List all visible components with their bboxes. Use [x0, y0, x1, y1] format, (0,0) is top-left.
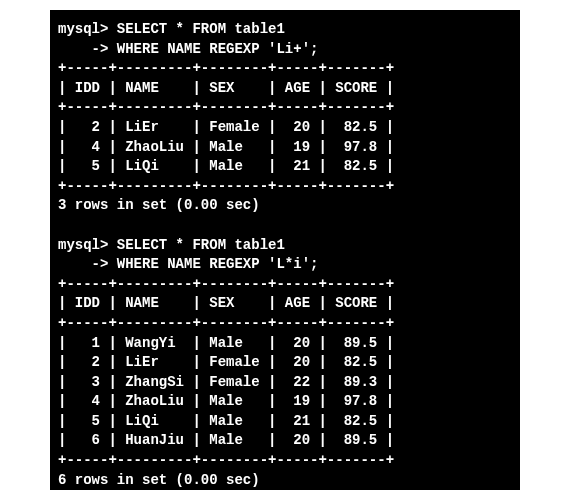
- continuation-prompt: ->: [58, 256, 117, 272]
- table-row: | 6 | HuanJiu | Male | 20 | 89.5 |: [58, 431, 512, 451]
- table-row: | 5 | LiQi | Male | 21 | 82.5 |: [58, 157, 512, 177]
- query2-line1: mysql> SELECT * FROM table1: [58, 236, 512, 256]
- table-row: | 2 | LiEr | Female | 20 | 82.5 |: [58, 353, 512, 373]
- table-header: | IDD | NAME | SEX | AGE | SCORE |: [58, 79, 512, 99]
- sql-text: SELECT * FROM table1: [117, 237, 285, 253]
- table-row: | 5 | LiQi | Male | 21 | 82.5 |: [58, 412, 512, 432]
- table-border: +-----+---------+--------+-----+-------+: [58, 314, 512, 334]
- mysql-terminal: mysql> SELECT * FROM table1 -> WHERE NAM…: [50, 10, 520, 490]
- table-header: | IDD | NAME | SEX | AGE | SCORE |: [58, 294, 512, 314]
- table-border: +-----+---------+--------+-----+-------+: [58, 177, 512, 197]
- sql-text: SELECT * FROM table1: [117, 21, 285, 37]
- table-row: | 4 | ZhaoLiu | Male | 19 | 97.8 |: [58, 138, 512, 158]
- sql-text: WHERE NAME REGEXP 'L*i';: [117, 256, 319, 272]
- query1-line1: mysql> SELECT * FROM table1: [58, 20, 512, 40]
- result-summary: 3 rows in set (0.00 sec): [58, 196, 512, 216]
- blank-line: [58, 216, 512, 236]
- table-border: +-----+---------+--------+-----+-------+: [58, 98, 512, 118]
- table-border: +-----+---------+--------+-----+-------+: [58, 59, 512, 79]
- table-border: +-----+---------+--------+-----+-------+: [58, 451, 512, 471]
- query2-line2: -> WHERE NAME REGEXP 'L*i';: [58, 255, 512, 275]
- continuation-prompt: ->: [58, 41, 117, 57]
- table-row: | 2 | LiEr | Female | 20 | 82.5 |: [58, 118, 512, 138]
- table-border: +-----+---------+--------+-----+-------+: [58, 275, 512, 295]
- result-summary: 6 rows in set (0.00 sec): [58, 471, 512, 490]
- table-row: | 3 | ZhangSi | Female | 22 | 89.3 |: [58, 373, 512, 393]
- query1-line2: -> WHERE NAME REGEXP 'Li+';: [58, 40, 512, 60]
- table-row: | 4 | ZhaoLiu | Male | 19 | 97.8 |: [58, 392, 512, 412]
- mysql-prompt: mysql>: [58, 21, 117, 37]
- table-row: | 1 | WangYi | Male | 20 | 89.5 |: [58, 334, 512, 354]
- sql-text: WHERE NAME REGEXP 'Li+';: [117, 41, 319, 57]
- mysql-prompt: mysql>: [58, 237, 117, 253]
